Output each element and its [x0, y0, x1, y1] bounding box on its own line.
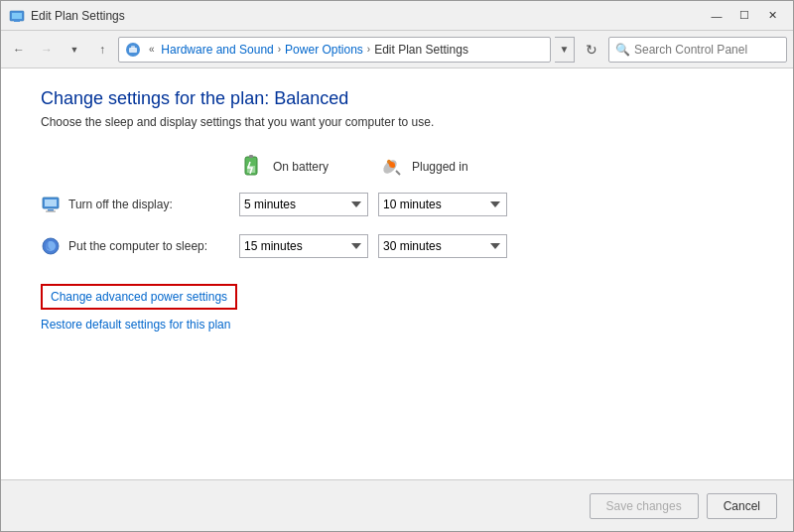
breadcrumb-power[interactable]: Power Options [285, 43, 363, 57]
forward-button[interactable]: → [35, 38, 59, 62]
window-title: Edit Plan Settings [31, 9, 125, 23]
recent-pages-button[interactable]: ▼ [63, 38, 86, 62]
minimize-button[interactable]: — [704, 6, 729, 26]
sleep-label: Put the computer to sleep: [68, 239, 207, 253]
save-changes-button[interactable]: Save changes [590, 493, 699, 519]
svg-rect-16 [46, 211, 56, 212]
breadcrumb-current: Edit Plan Settings [374, 43, 468, 57]
title-bar: Edit Plan Settings — ☐ ✕ [1, 1, 793, 31]
refresh-button[interactable]: ↻ [579, 37, 604, 63]
breadcrumb-cp-icon [125, 42, 141, 58]
display-battery-select[interactable]: 5 minutes 1 minute 2 minutes 3 minutes 1… [239, 193, 368, 216]
address-dropdown-button[interactable]: ▼ [555, 37, 575, 63]
advanced-settings-link[interactable]: Change advanced power settings [41, 284, 237, 310]
svg-rect-5 [131, 46, 135, 49]
svg-rect-2 [14, 20, 20, 22]
display-plugged-select[interactable]: 10 minutes 1 minute 2 minutes 3 minutes … [378, 193, 507, 216]
title-bar-left: Edit Plan Settings [9, 8, 125, 24]
battery-icon [239, 153, 267, 181]
monitor-icon [41, 195, 61, 214]
breadcrumb-sep-2: › [365, 44, 372, 55]
display-row: Turn off the display: 5 minutes 1 minute… [41, 193, 753, 216]
display-row-label: Turn off the display: [41, 195, 239, 214]
svg-rect-14 [45, 200, 57, 206]
address-bar: ← → ▼ ↑ « Hardware and Sound › Power Opt… [1, 31, 793, 68]
sleep-plugged-select[interactable]: 30 minutes 1 minute 2 minutes 5 minutes … [378, 234, 507, 258]
footer: Save changes Cancel [1, 479, 793, 531]
sleep-battery-select[interactable]: 15 minutes 1 minute 2 minutes 5 minutes … [239, 234, 368, 258]
plugged-header-label: Plugged in [412, 160, 468, 174]
link-section: Change advanced power settings Restore d… [41, 284, 753, 332]
main-content: Change settings for the plan: Balanced C… [1, 68, 793, 479]
title-bar-controls: — ☐ ✕ [704, 6, 785, 26]
restore-defaults-link[interactable]: Restore default settings for this plan [41, 318, 753, 332]
close-button[interactable]: ✕ [759, 6, 785, 26]
main-window: Edit Plan Settings — ☐ ✕ ← → ▼ ↑ « Hardw… [0, 0, 794, 532]
page-title: Change settings for the plan: Balanced [41, 88, 753, 109]
maximize-button[interactable]: ☐ [731, 6, 757, 26]
search-icon: 🔍 [615, 43, 630, 57]
settings-header-row: On battery Plugged in [41, 153, 753, 181]
search-box: 🔍 [608, 37, 787, 63]
page-subtitle: Choose the sleep and display settings th… [41, 115, 753, 129]
breadcrumb-hardware[interactable]: Hardware and Sound [161, 43, 273, 57]
svg-line-12 [396, 171, 400, 175]
plugged-icon [378, 153, 406, 181]
breadcrumb-sep-0: « [147, 44, 159, 55]
up-button[interactable]: ↑ [90, 38, 114, 62]
sleep-icon [41, 236, 61, 256]
breadcrumb-bar: « Hardware and Sound › Power Options › E… [118, 37, 551, 63]
window-icon [9, 8, 25, 24]
col-battery-header: On battery [239, 153, 378, 181]
svg-rect-15 [48, 209, 54, 211]
svg-rect-7 [249, 155, 253, 158]
col-plugged-header: Plugged in [378, 153, 517, 181]
sleep-row-label: Put the computer to sleep: [41, 236, 239, 256]
search-input[interactable] [634, 43, 783, 57]
svg-rect-1 [12, 13, 22, 19]
display-label: Turn off the display: [68, 198, 173, 211]
cancel-button[interactable]: Cancel [707, 493, 777, 519]
battery-header-label: On battery [273, 160, 329, 174]
breadcrumb-sep-1: › [276, 44, 283, 55]
svg-point-11 [389, 162, 395, 168]
sleep-row: Put the computer to sleep: 15 minutes 1 … [41, 234, 753, 258]
back-button[interactable]: ← [7, 38, 31, 62]
